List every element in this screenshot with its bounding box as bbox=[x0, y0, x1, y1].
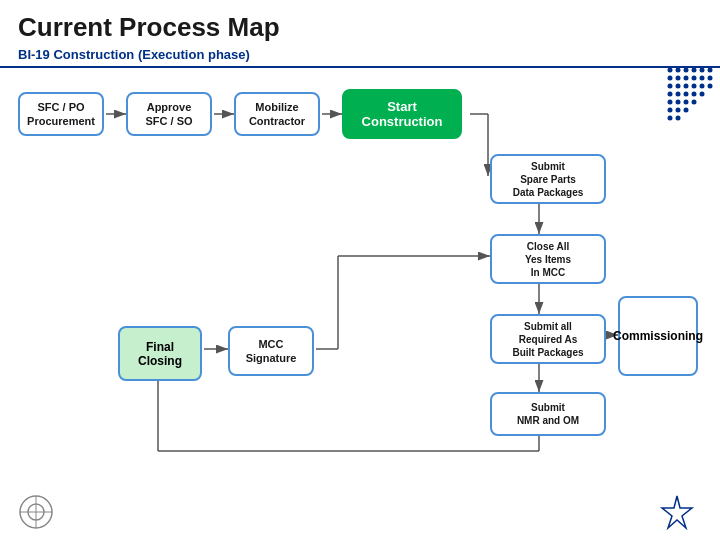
subtitle: BI-19 Construction (Execution phase) bbox=[18, 47, 702, 62]
mobilize-box: Mobilize Contractor bbox=[234, 92, 320, 136]
logo-bottom-left bbox=[18, 494, 54, 530]
submit-required-box: Submit all Required As Built Packages bbox=[490, 314, 606, 364]
close-all-yes-box: Close All Yes Items In MCC bbox=[490, 234, 606, 284]
process-map: SFC / PO Procurement Approve SFC / SO Mo… bbox=[18, 86, 702, 486]
logo-bottom-right bbox=[652, 494, 702, 530]
header: Current Process Map BI-19 Construction (… bbox=[0, 0, 720, 68]
commissioning-box: Commissioning bbox=[618, 296, 698, 376]
page-title: Current Process Map bbox=[18, 12, 702, 43]
svg-marker-54 bbox=[662, 496, 692, 528]
main-content: SFC / PO Procurement Approve SFC / SO Mo… bbox=[0, 68, 720, 496]
start-construction-box: Start Construction bbox=[342, 89, 462, 139]
sfc-po-box: SFC / PO Procurement bbox=[18, 92, 104, 136]
final-closing-box: Final Closing bbox=[118, 326, 202, 381]
submit-spare-parts-box: Submit Spare Parts Data Packages bbox=[490, 154, 606, 204]
mcc-signature-box: MCC Signature bbox=[228, 326, 314, 376]
approve-sfc-box: Approve SFC / SO bbox=[126, 92, 212, 136]
submit-nmr-box: Submit NMR and OM bbox=[490, 392, 606, 436]
page-wrapper: // rendered inline below Current Process… bbox=[0, 0, 720, 496]
dots-decoration: // rendered inline below bbox=[660, 0, 720, 60]
